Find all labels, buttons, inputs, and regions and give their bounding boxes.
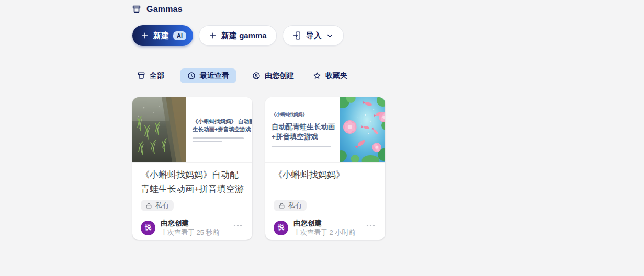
chevron-down-icon bbox=[326, 32, 334, 40]
avatar: 悦 bbox=[141, 221, 155, 235]
plus-icon bbox=[141, 31, 149, 40]
card-meta: 由您创建 上次查看于 25 秒前 bbox=[161, 218, 220, 237]
card-thumbnail: 《小蝌蚪找妈妈》 自动配青蛙 生长动画+拼音填空游戏 bbox=[132, 97, 252, 163]
card-title: 《小蝌蚪找妈妈》 bbox=[274, 168, 377, 197]
card-thumbnail: 《小蝌蚪找妈妈》 自动配青蛙生长动画 +拼音填空游戏 bbox=[265, 97, 385, 163]
privacy-label: 私有 bbox=[288, 201, 302, 210]
clock-icon bbox=[187, 72, 196, 80]
new-gamma-label: 新建 gamma bbox=[221, 31, 267, 41]
privacy-badge: 私有 bbox=[141, 200, 174, 211]
pond-photo-image bbox=[132, 97, 186, 162]
tab-created-label: 由您创建 bbox=[265, 71, 294, 80]
card-body: 《小蝌蚪找妈妈》自动配青蛙生长动画+拼音填空游戏 私有 悦 由您创建 上次查看于… bbox=[132, 163, 252, 240]
tab-favorites-label: 收藏夹 bbox=[325, 71, 347, 80]
new-ai-button[interactable]: 新建 AI bbox=[132, 25, 193, 46]
card-meta: 由您创建 上次查看于 2 小时前 bbox=[293, 218, 355, 237]
thumbnail-subtitle-bar bbox=[193, 137, 244, 139]
avatar: 悦 bbox=[274, 221, 288, 235]
tab-all-label: 全部 bbox=[150, 71, 164, 80]
person-icon bbox=[252, 72, 261, 80]
thumbnail-title-line2: +拼音填空游戏 bbox=[272, 132, 333, 142]
card-footer: 悦 由您创建 上次查看于 2 小时前 bbox=[274, 218, 377, 237]
thumbnail-title-block: 《小蝌蚪找妈妈》 自动配青蛙 生长动画+拼音填空游戏 bbox=[186, 97, 252, 162]
tab-created-by-you[interactable]: 由您创建 bbox=[249, 68, 297, 83]
tab-all[interactable]: 全部 bbox=[134, 68, 167, 83]
filter-tabs: 全部 最近查看 由您创建 收藏夹 bbox=[134, 68, 351, 83]
thumbnail-small-title: 《小蝌蚪找妈妈》 bbox=[272, 112, 333, 118]
import-button[interactable]: 导入 bbox=[283, 25, 344, 46]
last-viewed-label: 上次查看于 2 小时前 bbox=[293, 228, 355, 237]
creator-label: 由您创建 bbox=[161, 218, 220, 227]
plus-icon bbox=[209, 31, 217, 40]
tab-favorites[interactable]: 收藏夹 bbox=[310, 68, 351, 83]
card-title: 《小蝌蚪找妈妈》自动配青蛙生长动画+拼音填空游戏 bbox=[141, 168, 244, 197]
thumbnail-subtitle-bar bbox=[193, 141, 222, 142]
thumbnail-subtitle-bar bbox=[272, 146, 331, 147]
lotus-pond-illustration bbox=[340, 97, 385, 162]
new-ai-label: 新建 bbox=[153, 31, 169, 41]
page-title: Gammas bbox=[146, 5, 183, 14]
toolbar: 新建 AI 新建 gamma 导入 bbox=[132, 25, 344, 46]
import-icon bbox=[292, 31, 302, 40]
gamma-card[interactable]: 《小蝌蚪找妈妈》 自动配青蛙 生长动画+拼音填空游戏 《小蝌蚪找妈妈》自动配青蛙… bbox=[132, 97, 252, 240]
tab-recent-label: 最近查看 bbox=[200, 71, 229, 80]
thumbnail-title-line2: 生长动画+拼音填空游戏 bbox=[193, 125, 246, 133]
privacy-badge: 私有 bbox=[274, 200, 307, 211]
lock-icon bbox=[145, 202, 152, 209]
card-menu-button[interactable] bbox=[365, 223, 377, 228]
card-menu-button[interactable] bbox=[232, 223, 244, 228]
star-icon bbox=[313, 72, 321, 80]
archive-icon bbox=[137, 72, 145, 80]
card-footer: 悦 由您创建 上次查看于 25 秒前 bbox=[141, 218, 244, 237]
card-body: 《小蝌蚪找妈妈》 私有 悦 由您创建 上次查看于 2 小时前 bbox=[265, 163, 385, 240]
gamma-card-grid: 《小蝌蚪找妈妈》 自动配青蛙 生长动画+拼音填空游戏 《小蝌蚪找妈妈》自动配青蛙… bbox=[132, 97, 385, 240]
thumbnail-title-line1: 《小蝌蚪找妈妈》 自动配青蛙 bbox=[193, 118, 246, 125]
gamma-card[interactable]: 《小蝌蚪找妈妈》 自动配青蛙生长动画 +拼音填空游戏 bbox=[265, 97, 385, 240]
last-viewed-label: 上次查看于 25 秒前 bbox=[161, 228, 220, 237]
gammas-archive-icon bbox=[132, 5, 141, 14]
privacy-label: 私有 bbox=[155, 201, 169, 210]
tab-recent[interactable]: 最近查看 bbox=[180, 68, 236, 83]
thumbnail-title-block: 《小蝌蚪找妈妈》 自动配青蛙生长动画 +拼音填空游戏 bbox=[265, 97, 340, 162]
lock-icon bbox=[278, 202, 285, 209]
ai-badge: AI bbox=[173, 31, 186, 40]
thumbnail-title-line1: 自动配青蛙生长动画 bbox=[272, 122, 333, 132]
import-label: 导入 bbox=[306, 31, 322, 41]
creator-label: 由您创建 bbox=[293, 218, 355, 227]
page-header: Gammas bbox=[132, 5, 183, 14]
new-gamma-button[interactable]: 新建 gamma bbox=[199, 25, 277, 46]
